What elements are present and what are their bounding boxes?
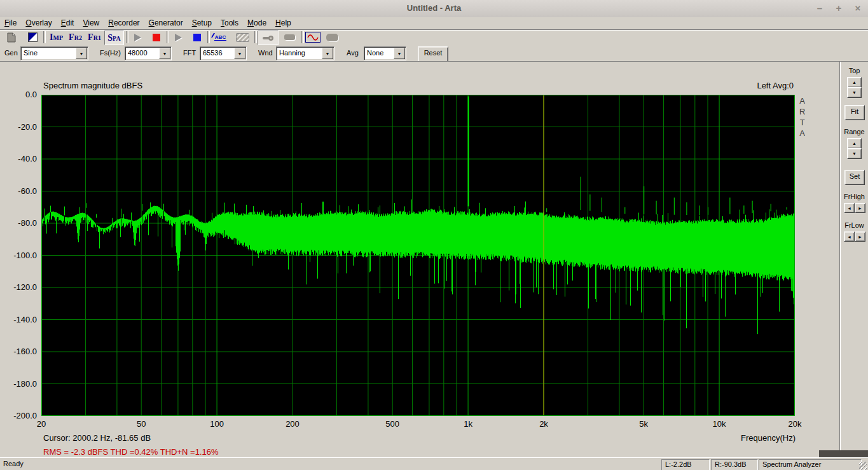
window-value: Hanning: [279, 49, 305, 57]
fft-size-select[interactable]: 65536 ▼: [200, 46, 247, 60]
y-tick: 0.0: [0, 90, 37, 99]
stop-generator-button[interactable]: [189, 31, 205, 44]
play-disabled-button[interactable]: [129, 31, 146, 44]
fr1-icon: FR1: [88, 32, 101, 43]
new-file-button[interactable]: [3, 31, 20, 44]
y-tick: -60.0: [0, 186, 37, 196]
sample-rate-select[interactable]: 48000 ▼: [125, 46, 172, 60]
plot-control-panel: Top ▲ ▼ Fit Range ▲ ▼ Set FrHigh ◄ ► FrL…: [839, 62, 868, 458]
range-up-button[interactable]: ▲: [847, 138, 862, 149]
resize-grip[interactable]: [859, 462, 867, 470]
key-icon: [263, 35, 274, 41]
graph-client-area: Spectrum magnitude dBFS Left Avg:0 ARTA …: [0, 61, 868, 458]
fit-button[interactable]: Fit: [844, 105, 865, 120]
chevron-down-icon[interactable]: ▼: [76, 48, 87, 59]
generator-select[interactable]: Sine ▼: [20, 46, 88, 60]
menu-item-setup[interactable]: Setup: [188, 17, 216, 29]
play-icon: [134, 34, 141, 41]
frlow-left-button[interactable]: ◄: [844, 232, 855, 242]
y-tick: -160.0: [0, 347, 37, 356]
stop-icon: [193, 34, 201, 41]
chevron-down-icon[interactable]: ▼: [234, 48, 245, 59]
mic-input-button[interactable]: [258, 31, 279, 45]
gen-label: Gen: [4, 49, 18, 57]
close-button[interactable]: ×: [850, 2, 865, 15]
menu-item-generator[interactable]: Generator: [144, 17, 188, 29]
x-axis-title: Frequency(Hz): [668, 433, 796, 443]
settings-toolbar: Gen Sine ▼ Fs(Hz) 48000 ▼ FFT 65536 ▼ Wn…: [0, 45, 868, 62]
frhigh-right-button[interactable]: ►: [855, 203, 865, 213]
chevron-down-icon[interactable]: ▼: [159, 48, 170, 59]
y-tick: -40.0: [0, 154, 37, 163]
reset-button[interactable]: Reset: [418, 46, 448, 62]
arta-window: Untitled - Arta – + × FileOverlayEditVie…: [0, 0, 868, 470]
toolbar-separator: [301, 31, 304, 43]
range-down-button[interactable]: ▼: [847, 148, 862, 159]
menu-item-file[interactable]: File: [0, 17, 21, 29]
x-tick: 20k: [781, 419, 809, 429]
x-tick: 50: [127, 419, 155, 429]
pill-icon: [284, 34, 295, 40]
menu-item-edit[interactable]: Edit: [57, 17, 79, 29]
play-icon: [175, 34, 182, 41]
y-tick: -180.0: [0, 379, 37, 389]
title-bar[interactable]: Untitled - Arta – + ×: [0, 0, 868, 18]
minimize-button[interactable]: –: [812, 2, 827, 15]
menu-item-overlay[interactable]: Overlay: [21, 17, 56, 29]
record-button[interactable]: [148, 31, 165, 44]
fr2-mode-button[interactable]: FR2: [66, 31, 85, 44]
impulse-mode-button[interactable]: IMP: [47, 31, 65, 44]
top-down-button[interactable]: ▼: [847, 87, 862, 98]
spectrum-plot[interactable]: [41, 95, 795, 416]
spa-icon: SPA: [107, 33, 120, 43]
main-toolbar: IMP FR2 FR1 SPA ABC: [0, 29, 868, 46]
new-document-icon: [7, 32, 16, 43]
frlow-right-button[interactable]: ►: [855, 232, 865, 242]
disabled-pill2-button[interactable]: [324, 31, 340, 44]
calibrate-button[interactable]: ABC: [210, 31, 230, 44]
disabled-pill-button[interactable]: [280, 31, 300, 44]
maximize-button[interactable]: +: [831, 2, 846, 15]
chart-title: Spectrum magnitude dBFS: [43, 81, 142, 90]
menu-item-recorder[interactable]: Recorder: [104, 17, 144, 29]
chevron-down-icon[interactable]: ▼: [322, 48, 333, 59]
y-tick: -140.0: [0, 315, 37, 324]
signal-generator-button[interactable]: [305, 31, 321, 44]
cursor-readout: Cursor: 2000.2 Hz, -81.65 dB: [43, 433, 151, 443]
imp-icon: IMP: [50, 32, 63, 43]
menu-item-tools[interactable]: Tools: [216, 17, 243, 29]
overlay-button[interactable]: [24, 31, 41, 44]
disabled-tool-button[interactable]: [233, 31, 252, 44]
averaging-select[interactable]: None ▼: [364, 46, 406, 60]
x-tick: 20: [27, 419, 55, 429]
record-icon: [153, 34, 160, 41]
right-level-indicator: R:-90.3dB: [711, 459, 758, 470]
frhigh-label: FrHigh: [840, 193, 868, 200]
menu-item-view[interactable]: View: [78, 17, 104, 29]
top-up-button[interactable]: ▲: [847, 77, 862, 88]
wnd-label: Wnd: [258, 49, 273, 57]
menu-item-mode[interactable]: Mode: [243, 17, 271, 29]
set-button[interactable]: Set: [844, 170, 865, 185]
pill-icon: [326, 34, 338, 41]
range-label: Range: [840, 128, 868, 135]
toolbar-separator: [43, 31, 46, 43]
thd-readout: RMS = -2.3 dBFS THD =0.42% THD+N =1.16%: [43, 447, 219, 457]
mode-indicator: Spectrum Analyzer: [759, 459, 862, 470]
channel-average-label: Left Avg:0: [757, 81, 794, 90]
menu-item-help[interactable]: Help: [271, 17, 296, 29]
toolbar-separator: [254, 31, 257, 43]
x-tick: 10k: [705, 419, 733, 429]
fft-size-value: 65536: [203, 49, 223, 57]
frhigh-left-button[interactable]: ◄: [844, 203, 855, 213]
x-tick: 2k: [530, 419, 558, 429]
averaging-value: None: [367, 49, 383, 57]
x-tick: 100: [203, 419, 231, 429]
chevron-down-icon[interactable]: ▼: [394, 48, 405, 59]
fr1-mode-button[interactable]: FR1: [85, 31, 104, 44]
play-generator-button[interactable]: [170, 31, 186, 44]
spa-mode-button[interactable]: SPA: [104, 31, 124, 45]
window-select[interactable]: Hanning ▼: [276, 46, 334, 60]
x-tick: 500: [378, 419, 406, 429]
y-tick: -80.0: [0, 218, 37, 228]
